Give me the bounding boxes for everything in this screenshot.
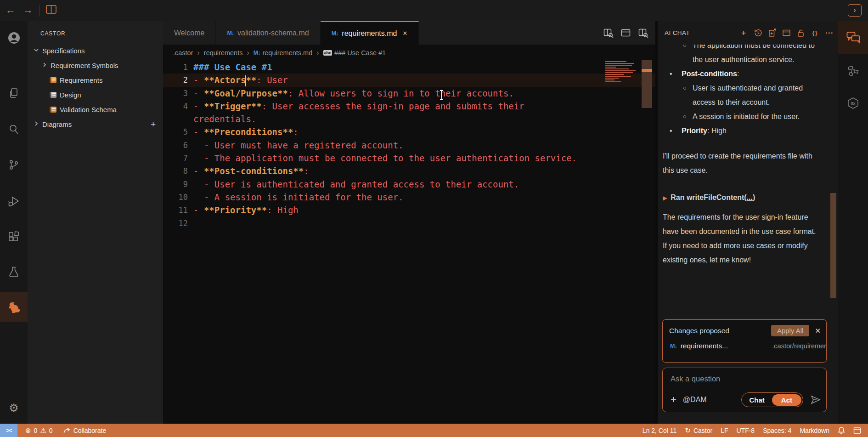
explorer-icon[interactable] — [0, 80, 28, 106]
window-icon[interactable] — [782, 28, 791, 38]
settings-gear-icon[interactable]: ⚙ — [0, 395, 28, 421]
breadcrumb-separator-icon: › — [247, 49, 249, 57]
chat-mode-toggle[interactable]: Chat Act — [741, 392, 803, 407]
breadcrumb-item[interactable]: abc### Use Case #1 — [323, 49, 386, 57]
sidebar-item-diagrams[interactable]: Diagrams+ — [28, 117, 163, 131]
remote-indicator[interactable]: >< — [0, 424, 17, 437]
close-icon[interactable]: ✕ — [815, 327, 821, 335]
encoding-indicator[interactable]: UTF-8 — [732, 424, 759, 437]
chat-input-placeholder[interactable]: Ask a question — [663, 368, 826, 383]
more-icon[interactable]: ⋯ — [824, 28, 834, 38]
search-icon[interactable] — [0, 116, 28, 142]
editor-scrollbar-thumb[interactable] — [642, 60, 652, 108]
chat-view-icon[interactable] — [838, 21, 868, 54]
notifications-bell[interactable] — [834, 424, 849, 437]
breadcrumb-item[interactable]: M↓requirements.md — [254, 49, 312, 57]
extensions-icon[interactable] — [0, 224, 28, 250]
panel-layout-icon[interactable] — [620, 28, 631, 39]
unlock-icon[interactable] — [796, 28, 805, 38]
split-editor-search-icon[interactable] — [638, 28, 649, 39]
castor-beaver-icon[interactable] — [0, 292, 28, 322]
editor-line[interactable]: 9 - User is authenticated and granted ac… — [163, 178, 655, 191]
indentation-indicator[interactable]: Spaces: 4 — [759, 424, 795, 437]
tool-run-details-link[interactable]: ... — [747, 193, 753, 201]
forward-icon[interactable]: → — [23, 4, 33, 16]
editor-line[interactable]: 2- **Actors**: User — [163, 74, 655, 86]
sidebar-item-label: Validation Schema — [60, 106, 117, 114]
tab-validation-schema-md[interactable]: M↓validation-schema.md — [216, 21, 320, 45]
panel-toggle-icon[interactable]: › — [848, 4, 862, 17]
editor-line[interactable]: 11- **Priority**: High — [163, 204, 655, 216]
new-chat-icon[interactable]: + — [739, 28, 748, 38]
line-col-indicator[interactable]: Ln 2, Col 11 — [638, 424, 681, 437]
sidebar-item-requirement-symbols[interactable]: Requirement Symbols — [28, 58, 163, 73]
collaborate-button[interactable]: Collaborate — [59, 424, 111, 437]
braces-icon[interactable]: { } — [810, 28, 819, 38]
eol-indicator[interactable]: LF — [716, 424, 732, 437]
source-control-icon[interactable] — [0, 152, 28, 178]
book-icon — [50, 77, 56, 83]
errors-warnings[interactable]: ⊗ 0 ⚠ 0 — [21, 424, 57, 437]
code-area[interactable]: 1### Use Case #12- **Actors**: User3- **… — [163, 61, 655, 230]
sidebar-item-design[interactable]: Design — [28, 87, 163, 102]
breadcrumb-item[interactable]: .castor — [173, 49, 193, 57]
editor-line[interactable]: credentials. — [163, 113, 655, 125]
apply-all-button[interactable]: Apply All — [771, 325, 810, 336]
expand-triangle-icon[interactable]: ▶ — [663, 195, 667, 201]
editor-line[interactable]: 12 — [163, 217, 655, 230]
hex-view-icon[interactable]: 0x — [838, 97, 868, 109]
minimap[interactable] — [605, 61, 638, 83]
titlebar-separator — [39, 5, 40, 17]
minimap-line — [605, 68, 629, 69]
tab-welcome[interactable]: Welcome — [163, 21, 216, 45]
chat-input-card[interactable]: Ask a question + @DAM Chat Act — [662, 368, 827, 412]
history-icon[interactable] — [753, 28, 762, 38]
line-number: 10 — [163, 191, 193, 204]
line-number: 9 — [163, 178, 193, 191]
sidebar-item-requirements[interactable]: Requirements — [28, 73, 163, 87]
sidebar-item-specifications[interactable]: Specifications — [28, 43, 163, 58]
castor-status[interactable]: ↻Castor — [681, 424, 716, 437]
editor-line[interactable]: 4- **Trigger**: User accesses the sign-i… — [163, 100, 655, 113]
castor-ide-window: ← → › ⚙ — [0, 0, 868, 437]
mode-act-option[interactable]: Act — [772, 394, 801, 406]
chat-bullet-item: •Post-conditions: — [663, 67, 817, 81]
minimap-line — [605, 67, 616, 68]
editor-line[interactable]: 1### Use Case #1 — [163, 61, 655, 74]
chat-scrollbar-thumb[interactable] — [830, 193, 836, 298]
bullet-marker: ○ — [683, 81, 687, 95]
editor-line[interactable]: 7 - The application must be connected to… — [163, 152, 655, 165]
run-debug-icon[interactable] — [0, 188, 28, 214]
workflow-view-icon[interactable] — [838, 65, 868, 77]
back-icon[interactable]: ← — [6, 4, 16, 16]
editor-line[interactable]: 6 - User must have a registered account. — [163, 139, 655, 152]
breadcrumb[interactable]: .castor›requirements›M↓requirements.md›a… — [163, 45, 655, 61]
editor-line[interactable]: 3- **Goal/Purpose**: Allow users to sign… — [163, 87, 655, 100]
editor-line[interactable]: 8- **Post-conditions**: — [163, 165, 655, 177]
split-editor-search-icon[interactable] — [603, 28, 614, 39]
editor-line[interactable]: 5- **Preconditions**: — [163, 125, 655, 138]
send-icon[interactable] — [811, 395, 821, 404]
attach-icon[interactable]: + — [671, 395, 676, 405]
language-indicator[interactable]: Markdown — [795, 424, 834, 437]
mode-chat-option[interactable]: Chat — [742, 396, 771, 404]
chat-bullet-item: ○The application must be connected to th… — [663, 45, 817, 67]
changed-file-row[interactable]: M↓ requirements... .castor/requiremer — [663, 336, 826, 350]
testing-icon[interactable] — [0, 259, 28, 285]
collaborate-icon — [63, 426, 71, 434]
tab-close-icon[interactable]: ✕ — [402, 30, 407, 37]
export-file-icon[interactable] — [767, 28, 777, 38]
editor-line[interactable]: 10 - A session is initiated for the user… — [163, 191, 655, 204]
sidebar-item-validation-schema[interactable]: Validation Schema — [28, 102, 163, 117]
tab-requirements-md[interactable]: M↓requirements.md✕ — [321, 21, 419, 45]
account-icon[interactable] — [0, 25, 28, 51]
add-diagram-button[interactable]: + — [151, 120, 156, 129]
mention-button[interactable]: @DAM — [683, 396, 707, 404]
layout-icon[interactable] — [849, 424, 865, 437]
breadcrumb-item[interactable]: requirements — [204, 49, 243, 57]
split-editor-icon[interactable] — [46, 5, 56, 14]
file-tree: SpecificationsRequirement SymbolsRequire… — [28, 43, 163, 131]
line-number: 6 — [163, 139, 193, 152]
tool-run-row[interactable]: ▶Ran writeFileContent(...) — [663, 190, 817, 205]
chat-messages[interactable]: ○The application must be connected to th… — [663, 45, 824, 317]
